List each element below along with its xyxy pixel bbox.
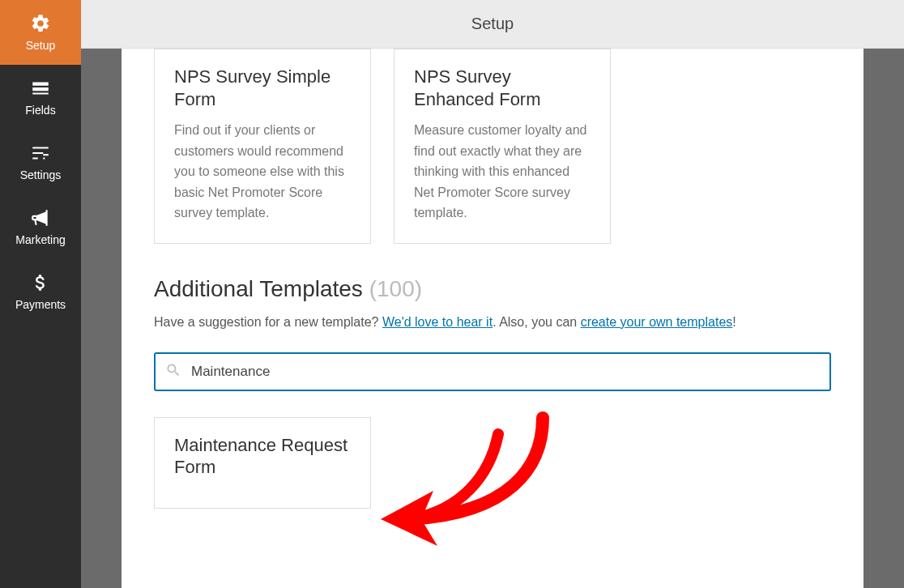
desc-text: ! <box>732 315 736 329</box>
desc-text: . Also, you can <box>493 315 581 329</box>
template-title: Maintenance Request Form <box>174 434 351 479</box>
bullhorn-icon <box>30 207 51 228</box>
template-count: (100) <box>369 276 422 301</box>
content-wrap: NPS Survey Simple Form Find out if your … <box>81 49 904 588</box>
sidebar-item-label: Setup <box>26 39 56 52</box>
search-icon <box>165 362 181 381</box>
content: NPS Survey Simple Form Find out if your … <box>122 49 863 588</box>
template-card-maintenance[interactable]: Maintenance Request Form <box>154 417 371 509</box>
suggestion-link[interactable]: We'd love to hear it <box>382 315 493 329</box>
template-row: NPS Survey Simple Form Find out if your … <box>154 49 831 244</box>
additional-templates-heading: Additional Templates (100) <box>154 276 831 302</box>
template-search <box>154 352 831 391</box>
page-header: Setup <box>81 0 904 49</box>
dollar-icon <box>30 272 51 293</box>
sidebar-item-setup[interactable]: Setup <box>0 0 81 65</box>
create-template-link[interactable]: create your own templates <box>581 315 733 329</box>
sidebar-item-fields[interactable]: Fields <box>0 65 81 130</box>
template-desc: Measure customer loyalty and find out ex… <box>414 120 591 224</box>
sidebar-item-label: Settings <box>20 168 62 181</box>
template-card-nps-simple[interactable]: NPS Survey Simple Form Find out if your … <box>154 49 371 244</box>
page-title: Setup <box>471 15 514 33</box>
template-title: NPS Survey Enhanced Form <box>414 66 591 110</box>
gear-icon <box>30 13 51 34</box>
result-row: Maintenance Request Form <box>154 417 831 509</box>
template-title: NPS Survey Simple Form <box>174 66 351 110</box>
sidebar-item-marketing[interactable]: Marketing <box>0 194 81 259</box>
additional-templates-desc: Have a suggestion for a new template? We… <box>154 312 831 333</box>
sliders-icon <box>30 143 51 164</box>
list-icon <box>30 78 51 99</box>
sidebar-item-settings[interactable]: Settings <box>0 130 81 194</box>
sidebar-item-label: Marketing <box>15 233 65 246</box>
template-desc: Find out if your clients or customers wo… <box>174 120 351 224</box>
heading-text: Additional Templates <box>154 276 363 301</box>
sidebar: Setup Fields Settings Marketing Payments <box>0 0 81 588</box>
desc-text: Have a suggestion for a new template? <box>154 315 382 329</box>
template-card-nps-enhanced[interactable]: NPS Survey Enhanced Form Measure custome… <box>394 49 611 244</box>
sidebar-item-label: Fields <box>25 104 55 117</box>
sidebar-item-label: Payments <box>15 298 66 311</box>
sidebar-item-payments[interactable]: Payments <box>0 259 81 324</box>
search-input[interactable] <box>154 352 831 391</box>
